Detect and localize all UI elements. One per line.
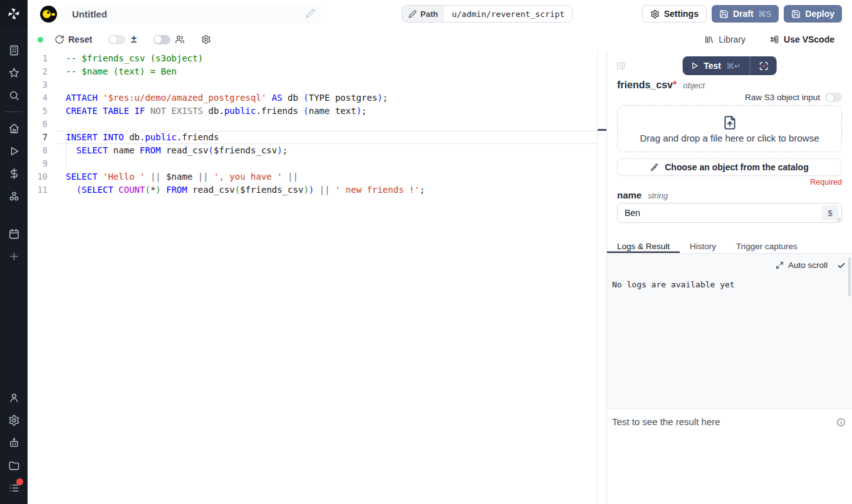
- test-button[interactable]: Test ⌘↵: [682, 56, 750, 75]
- ai-assistant-robot-icon[interactable]: [0, 431, 28, 454]
- tab-logs-result[interactable]: Logs & Result: [607, 239, 680, 253]
- home-icon[interactable]: [0, 117, 28, 140]
- path-value: u/admin/reverent_script: [444, 6, 572, 22]
- schedules-calendar-icon[interactable]: [0, 222, 28, 245]
- library-icon: [704, 34, 714, 44]
- plus-minus-button[interactable]: ±: [131, 34, 137, 45]
- collab-toggle[interactable]: [153, 35, 170, 44]
- deploy-button[interactable]: Deploy: [784, 5, 842, 23]
- variables-dollar-icon[interactable]: [0, 162, 28, 185]
- scan-record-icon: [758, 61, 769, 71]
- draft-button[interactable]: Draft⌘S: [712, 5, 779, 23]
- arg-name-type: string: [648, 191, 668, 200]
- raw-s3-toggle[interactable]: [825, 93, 842, 102]
- line-number: 3: [28, 78, 56, 91]
- settings-gear-icon[interactable]: [0, 409, 28, 431]
- line-number: 5: [28, 105, 56, 118]
- logs-pane: Auto scroll No logs are available yet: [607, 254, 852, 409]
- choose-object-catalog-button[interactable]: Choose an object from the catalog: [617, 158, 842, 176]
- required-asterisk: *: [673, 80, 677, 90]
- line-number: 9: [28, 157, 56, 170]
- path-button[interactable]: Path u/admin/reverent_script: [402, 5, 573, 23]
- code-line-5[interactable]: 5CREATE TABLE IF NOT EXISTS db.public.fr…: [28, 105, 606, 118]
- windmill-logo-icon[interactable]: [0, 0, 28, 28]
- status-dot: [38, 37, 43, 43]
- code-line-9[interactable]: 9: [28, 157, 606, 170]
- vscode-icon: [769, 34, 779, 44]
- code-editor[interactable]: 1-- $friends_csv (s3object)2-- $name (te…: [28, 51, 606, 504]
- editor-toolbar: Reset ± Library Use VScode: [28, 28, 852, 51]
- editor-overview-ruler[interactable]: [597, 51, 606, 504]
- code-line-3[interactable]: 3: [28, 78, 606, 91]
- code-line-6[interactable]: 6: [28, 118, 606, 131]
- collapse-panel-icon[interactable]: [616, 61, 626, 73]
- diff-toggle[interactable]: [108, 35, 125, 44]
- settings-button[interactable]: Settings: [642, 5, 707, 23]
- library-button[interactable]: Library: [704, 34, 746, 44]
- arg-name-label: name: [617, 190, 642, 200]
- script-title-input[interactable]: [65, 4, 320, 23]
- logs-scrollbar[interactable]: [848, 257, 851, 296]
- line-number: 4: [28, 91, 56, 105]
- workspace-building-icon[interactable]: [0, 39, 28, 61]
- file-upload-icon: [722, 115, 738, 131]
- runs-play-icon[interactable]: [0, 140, 28, 162]
- code-line-2[interactable]: 2-- $name (text) = Ben: [28, 65, 606, 78]
- search-icon[interactable]: [0, 84, 28, 106]
- capture-run-button[interactable]: [751, 56, 777, 75]
- line-number: 2: [28, 65, 56, 78]
- path-label: Path: [420, 9, 438, 19]
- tab-history[interactable]: History: [680, 239, 726, 253]
- cursor-overview-mark: [598, 129, 606, 131]
- code-line-7[interactable]: 7INSERT INTO db.public.friends: [28, 131, 606, 144]
- reset-button[interactable]: Reset: [55, 34, 92, 44]
- duckdb-language-icon: [40, 6, 57, 23]
- create-plus-icon[interactable]: [0, 245, 28, 267]
- gear-icon: [650, 9, 660, 19]
- app-root: Path u/admin/reverent_script Settings Dr…: [0, 0, 852, 504]
- resources-icon[interactable]: [0, 185, 28, 207]
- folders-icon[interactable]: [0, 454, 28, 476]
- line-number: 6: [28, 118, 56, 131]
- code-line-10[interactable]: 10SELECT 'Hello ' || $name || ', you hav…: [28, 170, 606, 183]
- code-line-11[interactable]: 11 (SELECT COUNT(*) FROM read_csv($frien…: [28, 183, 606, 197]
- edit-title-pencil-icon[interactable]: [306, 9, 315, 21]
- notification-dot: [16, 478, 23, 485]
- sidebar-divider: [5, 111, 23, 112]
- code-line-1[interactable]: 1-- $friends_csv (s3object): [28, 52, 606, 65]
- file-dropzone[interactable]: Drag and drop a file here or click to br…: [617, 105, 842, 152]
- tab-trigger-captures[interactable]: Trigger captures: [726, 239, 808, 253]
- left-sidebar: [0, 0, 28, 504]
- line-number: 10: [28, 170, 56, 183]
- logs-empty-message: No logs are available yet: [612, 280, 852, 289]
- play-icon: [690, 61, 699, 70]
- code-line-4[interactable]: 4ATTACH '$res:u/demo/amazed_postgresql' …: [28, 91, 606, 105]
- use-vscode-button[interactable]: Use VScode: [769, 34, 834, 44]
- draft-shortcut: ⌘S: [758, 9, 772, 19]
- user-icon[interactable]: [0, 386, 28, 409]
- raw-s3-toggle-label: Raw S3 object input: [745, 93, 820, 102]
- arg-friends-csv-label: friends_csv*: [617, 80, 677, 91]
- code-line-8[interactable]: 8 SELECT name FROM read_csv($friends_csv…: [28, 144, 606, 157]
- collaborators-users-icon[interactable]: [175, 34, 185, 44]
- auto-scroll-check-icon[interactable]: [837, 261, 846, 270]
- favorites-star-icon[interactable]: [0, 61, 28, 84]
- test-shortcut: ⌘↵: [726, 61, 741, 71]
- editor-settings-gear-icon[interactable]: [201, 34, 211, 44]
- save-icon: [791, 9, 801, 19]
- result-pane: Test to see the result here: [607, 409, 852, 504]
- name-value-input[interactable]: [617, 203, 842, 223]
- info-icon[interactable]: [836, 418, 846, 427]
- top-bar: Path u/admin/reverent_script Settings Dr…: [28, 0, 852, 28]
- line-number: 11: [28, 183, 56, 197]
- pending-jobs-list-icon[interactable]: [0, 476, 28, 499]
- expand-logs-icon[interactable]: [776, 261, 784, 269]
- indent-guide: [66, 144, 66, 170]
- resize-handle[interactable]: [835, 216, 841, 222]
- result-placeholder: Test to see the result here: [612, 416, 720, 427]
- required-hint: Required: [617, 178, 842, 187]
- run-panel: Test ⌘↵ friends_csv* object Raw S3 objec…: [606, 51, 852, 504]
- line-number: 8: [28, 144, 56, 157]
- auto-scroll-label[interactable]: Auto scroll: [788, 260, 828, 270]
- pipette-icon: [650, 163, 659, 172]
